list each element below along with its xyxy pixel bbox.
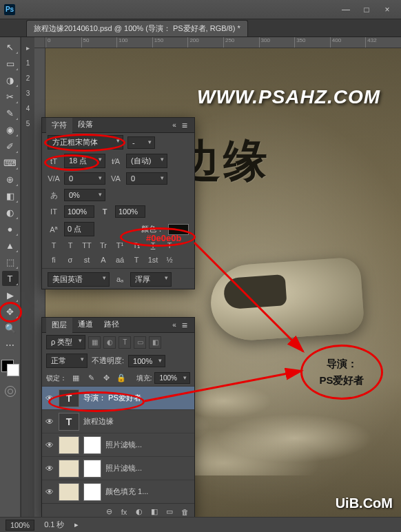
tab-layers[interactable]: 图层 xyxy=(46,318,72,334)
fill-field[interactable]: 100% xyxy=(154,372,190,384)
layer-item[interactable]: 👁 照片滤镜... xyxy=(42,433,194,456)
filter-shape[interactable]: ▭ xyxy=(134,336,146,349)
ot-fractions[interactable]: ½ xyxy=(163,256,176,264)
lock-pixels[interactable]: ▦ xyxy=(70,373,82,384)
tool-eraser[interactable]: ◧ xyxy=(2,188,19,203)
hscale-field[interactable]: 100% xyxy=(115,205,145,218)
scale-field[interactable]: 0% xyxy=(64,189,105,201)
zoom-field[interactable]: 100% xyxy=(6,520,34,531)
tool-zoom[interactable]: 🔍 xyxy=(2,320,19,336)
filter-adjust[interactable]: ◐ xyxy=(103,336,116,349)
layer-name[interactable]: 颜色填充 1... xyxy=(105,487,148,497)
lock-all[interactable]: 🔒 xyxy=(115,373,127,384)
ot-discretionary[interactable]: st xyxy=(81,256,93,264)
new-layer-icon[interactable]: ▭ xyxy=(164,507,175,516)
layer-mask-thumb[interactable] xyxy=(83,460,101,478)
small-caps[interactable]: Tr xyxy=(97,241,110,250)
new-adjustment-icon[interactable]: ◧ xyxy=(149,507,160,516)
visibility-toggle[interactable]: 👁 xyxy=(45,440,54,450)
tool-pen[interactable]: ⬚ xyxy=(2,254,19,269)
tracking-field[interactable]: 0 xyxy=(126,172,167,185)
ot-titling[interactable]: T xyxy=(130,256,143,264)
panel-collapse-icon[interactable]: « xyxy=(169,321,179,329)
tool-move[interactable]: ↖ xyxy=(2,39,19,54)
font-style-select[interactable]: - xyxy=(127,136,155,149)
panel-menu-icon[interactable]: ≡ xyxy=(179,320,190,331)
minimize-button[interactable]: — xyxy=(336,3,356,17)
ruler-origin[interactable] xyxy=(34,37,45,48)
lock-move[interactable]: ✥ xyxy=(100,373,112,384)
tool-path-select[interactable]: ▶ xyxy=(2,287,19,303)
tool-more[interactable]: ⋯ xyxy=(2,337,19,352)
tool-gradient[interactable]: ◐ xyxy=(2,205,19,220)
baseline-field[interactable]: 0 点 xyxy=(64,222,94,236)
panel-menu-icon[interactable]: ≡ xyxy=(179,120,190,131)
lock-position[interactable]: ✎ xyxy=(85,373,97,384)
background-swatch[interactable] xyxy=(7,364,19,376)
layer-thumb xyxy=(59,436,79,454)
quick-mask-toggle[interactable] xyxy=(5,386,16,397)
tab-channels[interactable]: 通道 xyxy=(72,317,99,333)
layer-item[interactable]: 👁 颜色填充 1... xyxy=(42,480,194,503)
layer-item[interactable]: 👁 T 旅程边缘 xyxy=(42,409,194,433)
horizontal-ruler[interactable]: 050100150200250300350400432 xyxy=(45,37,401,48)
tool-marquee[interactable]: ▭ xyxy=(2,56,19,71)
faux-italic[interactable]: T xyxy=(64,241,76,250)
tools-panel: ↖ ▭ ◑ ✂ ✎ ◉ ✐ ⌨ ⊕ ◧ ◐ ● ▲ ⬚ T ▶ ✥ 🔍 ⋯ xyxy=(0,37,21,517)
language-select[interactable]: 美国英语 xyxy=(48,272,110,287)
blend-mode-select[interactable]: 正常 xyxy=(46,354,88,368)
antialias-select[interactable]: 浑厚 xyxy=(130,272,172,287)
vscale-field[interactable]: 100% xyxy=(64,205,94,218)
all-caps[interactable]: TT xyxy=(81,241,93,250)
visibility-toggle[interactable]: 👁 xyxy=(45,464,54,473)
visibility-toggle[interactable]: 👁 xyxy=(45,487,54,497)
tab-character[interactable]: 字符 xyxy=(46,118,72,134)
annotation-director-label: 导演： xyxy=(327,356,358,372)
ot-ligatures[interactable]: fi xyxy=(48,256,60,264)
filter-pixel[interactable]: ▦ xyxy=(88,336,101,349)
ot-stylistic[interactable]: aá xyxy=(114,256,126,264)
close-button[interactable]: × xyxy=(378,3,397,17)
document-tab[interactable]: 旅程边缘20140610.psd @ 100% (导演： PS爱好者, RGB/… xyxy=(26,20,248,37)
tool-crop[interactable]: ✂ xyxy=(2,89,19,104)
opacity-field[interactable]: 100% xyxy=(128,355,165,367)
superscript[interactable]: T¹ xyxy=(114,241,126,250)
link-layers-icon[interactable]: ⊖ xyxy=(103,507,114,516)
status-chevron-icon[interactable]: ▸ xyxy=(74,520,79,529)
filter-smart[interactable]: ◧ xyxy=(149,336,161,349)
kerning-field[interactable]: 0 xyxy=(64,172,105,185)
ot-swash[interactable]: A xyxy=(97,256,110,264)
panel-collapse-icon[interactable]: « xyxy=(169,121,179,129)
tool-blur[interactable]: ● xyxy=(2,221,19,236)
leading-field[interactable]: (自动) xyxy=(126,154,167,168)
collapsed-panel-icon[interactable]: ▸ xyxy=(23,41,34,54)
filter-type[interactable]: T xyxy=(119,336,131,349)
layer-item[interactable]: 👁 照片滤镜... xyxy=(42,456,194,480)
tool-history-brush[interactable]: ⊕ xyxy=(2,172,19,187)
add-mask-icon[interactable]: ◐ xyxy=(134,507,145,516)
ot-contextual[interactable]: σ xyxy=(64,256,76,264)
tool-stamp[interactable]: ⌨ xyxy=(2,155,19,170)
fill-label: 填充: xyxy=(136,374,152,383)
annotation-ellipse-layer xyxy=(48,391,145,412)
tool-lasso[interactable]: ◑ xyxy=(2,72,19,88)
layer-name[interactable]: 照片滤镜... xyxy=(105,440,142,450)
layer-filter-kind[interactable]: ρ 类型 xyxy=(46,335,85,349)
ot-ordinals[interactable]: 1st xyxy=(147,256,159,264)
tool-eyedropper[interactable]: ✎ xyxy=(2,105,19,121)
tab-paths[interactable]: 路径 xyxy=(99,317,125,333)
layer-name[interactable]: 照片滤镜... xyxy=(105,463,142,473)
layer-mask-thumb[interactable] xyxy=(83,436,101,454)
visibility-toggle[interactable]: 👁 xyxy=(45,417,54,427)
layer-fx-icon[interactable]: fx xyxy=(119,508,130,516)
layer-mask-thumb[interactable] xyxy=(83,483,101,501)
tab-paragraph[interactable]: 段落 xyxy=(72,117,99,133)
delete-layer-icon[interactable]: 🗑 xyxy=(179,508,190,516)
tool-dodge[interactable]: ▲ xyxy=(2,238,19,253)
tool-brush[interactable]: ✐ xyxy=(2,139,19,154)
faux-bold[interactable]: T xyxy=(48,241,60,250)
maximize-button[interactable]: □ xyxy=(357,3,376,17)
tool-type[interactable]: T xyxy=(2,271,19,286)
layer-name[interactable]: 旅程边缘 xyxy=(83,416,114,427)
tool-heal[interactable]: ◉ xyxy=(2,122,19,137)
